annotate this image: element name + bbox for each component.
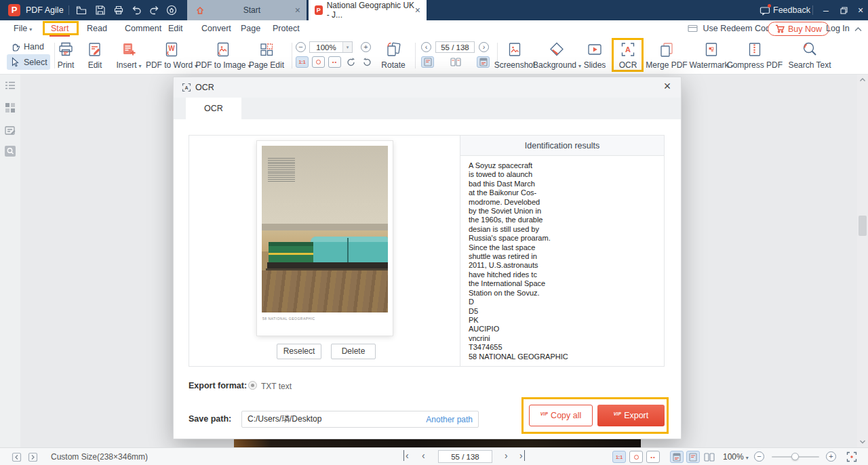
minimize-button[interactable]: – <box>817 0 835 20</box>
menu-file[interactable]: File▾ <box>14 20 32 37</box>
zoom-out-button[interactable]: − <box>296 42 306 52</box>
redo-icon[interactable] <box>149 5 159 16</box>
pdf-to-word-tool[interactable]: W PDF to Word▾ <box>145 39 198 70</box>
print-icon[interactable] <box>113 5 124 16</box>
buy-now-button[interactable]: Buy Now <box>768 22 829 36</box>
sb-zoom-value[interactable]: 100%▾ <box>723 452 749 462</box>
zoom-slider[interactable] <box>772 456 819 458</box>
page-number-input[interactable]: 55 / 138 <box>435 41 475 53</box>
open-file-icon[interactable] <box>76 5 87 16</box>
select-tool[interactable]: Select <box>7 54 50 70</box>
fit-page-button[interactable] <box>312 56 325 68</box>
next-page-button[interactable]: › <box>505 450 508 461</box>
sb-facing-pages-button[interactable] <box>703 451 716 463</box>
dialog-tab-strip: OCR <box>174 98 681 119</box>
menu-protect[interactable]: Protect <box>273 20 300 37</box>
fit-width-button[interactable]: •• <box>328 56 341 68</box>
delete-button[interactable]: Delete <box>331 344 376 359</box>
single-page-view-button[interactable] <box>421 56 434 68</box>
annotations-panel-icon[interactable] <box>4 125 16 137</box>
sb-actual-size-button[interactable]: 1:1 <box>612 451 626 463</box>
dialog-close-icon[interactable]: × <box>660 79 674 94</box>
export-annotation-box: VIP Copy all VIP Export <box>521 397 669 434</box>
compress-pdf-tool[interactable]: Compress PDF <box>726 39 783 70</box>
zoom-slider-knob[interactable] <box>791 453 799 460</box>
sb-single-page-button[interactable] <box>686 451 700 463</box>
export-button[interactable]: VIP Export <box>597 405 665 426</box>
feedback-icon[interactable] <box>760 5 770 16</box>
maximize-button[interactable] <box>835 0 852 20</box>
another-path-link[interactable]: Another path <box>426 415 473 424</box>
background-tool[interactable]: Background▾ <box>533 39 580 70</box>
export-format-label: Export format: <box>189 381 247 390</box>
log-in-item[interactable]: Log In <box>826 20 850 37</box>
first-page-button[interactable]: ‹ <box>403 450 409 461</box>
tab-document-close-icon[interactable]: × <box>415 5 420 15</box>
slides-tool[interactable]: Slides <box>576 39 613 70</box>
thumbnails-panel-icon[interactable] <box>4 102 16 114</box>
sb-fit-page-button[interactable] <box>629 451 643 463</box>
vertical-scrollbar[interactable] <box>857 75 868 447</box>
menu-read[interactable]: Read <box>87 20 107 37</box>
search-text-tool[interactable]: Search Text <box>781 39 838 70</box>
pdf-to-image-tool[interactable]: PDF to Image▾ <box>195 39 251 70</box>
merge-pdf-tool[interactable]: Merge PDF <box>645 39 688 70</box>
sb-fit-width-button[interactable]: •• <box>646 451 660 463</box>
zoom-in-button[interactable]: + <box>361 42 371 52</box>
rotate-cw-icon[interactable] <box>362 57 372 67</box>
scroll-up-icon[interactable] <box>859 77 866 83</box>
sb-zoom-out-button[interactable]: − <box>754 451 764 462</box>
dialog-tab-ocr[interactable]: OCR <box>186 98 241 119</box>
menu-edit[interactable]: Edit <box>168 20 183 37</box>
scroll-down-icon[interactable] <box>859 439 866 445</box>
tab-start[interactable]: Start × <box>187 0 307 20</box>
continuous-scroll-button[interactable] <box>477 56 490 68</box>
feedback-label[interactable]: Feedback <box>773 0 810 20</box>
close-window-button[interactable]: × <box>852 0 868 20</box>
undo-icon[interactable] <box>132 5 142 16</box>
facing-pages-button[interactable] <box>449 56 462 68</box>
menu-start[interactable]: Start <box>51 20 68 37</box>
rotate-ccw-icon[interactable] <box>346 57 356 67</box>
txt-format-radio[interactable] <box>248 381 257 390</box>
tab-document[interactable]: P National Geographic UK - J... × <box>309 0 427 20</box>
zoom-level-input[interactable]: 100%▾ <box>309 41 353 53</box>
save-icon[interactable] <box>95 5 106 16</box>
next-page-button[interactable]: › <box>479 42 489 52</box>
ocr-tool[interactable]: A OCR <box>610 39 646 70</box>
page-edit-tool[interactable]: Page Edit <box>245 39 288 70</box>
menu-page[interactable]: Page <box>241 20 260 37</box>
fullscreen-button[interactable] <box>846 451 857 462</box>
redeem-code-item[interactable]: Use Redeem Code <box>688 20 775 37</box>
next-view-button[interactable] <box>26 451 39 463</box>
collapse-ribbon-icon[interactable] <box>854 20 862 37</box>
hand-tool[interactable]: Hand <box>7 39 50 54</box>
menu-convert[interactable]: Convert <box>201 20 231 37</box>
previous-page-button[interactable]: ‹ <box>421 42 431 52</box>
screenshot-tool[interactable]: Screenshot <box>493 39 536 70</box>
hand-label: Hand <box>24 42 44 52</box>
reselect-button[interactable]: Reselect <box>277 344 321 359</box>
search-panel-icon[interactable] <box>4 145 16 157</box>
sb-zoom-in-button[interactable]: + <box>826 451 836 462</box>
save-path-label: Save path: <box>189 414 231 424</box>
home-circle-icon[interactable] <box>166 5 177 16</box>
photo-text-block <box>268 158 295 182</box>
svg-text:A: A <box>625 45 631 54</box>
rotate-tool[interactable]: Rotate <box>374 39 412 70</box>
actual-size-button[interactable]: 1:1 <box>296 56 309 68</box>
scrollbar-thumb[interactable] <box>859 216 867 236</box>
last-page-button[interactable]: › <box>519 450 525 461</box>
previous-view-button[interactable] <box>9 451 23 463</box>
bookmarks-panel-icon[interactable] <box>4 80 16 92</box>
tab-start-close-icon[interactable]: × <box>295 5 300 15</box>
prev-page-button[interactable]: ‹ <box>422 450 425 461</box>
app-name: PDF Agile <box>26 0 64 20</box>
menu-comment[interactable]: Comment <box>125 20 161 37</box>
results-text[interactable]: A Soyuz spacecraft is towed to alaunch b… <box>460 156 664 367</box>
copy-all-button[interactable]: VIP Copy all <box>529 405 593 426</box>
save-path-input[interactable]: C:/Users/璘/Desktop Another path <box>241 411 479 428</box>
app-logo: P <box>8 4 20 16</box>
statusbar-page-input[interactable]: 55 / 138 <box>438 450 492 463</box>
sb-continuous-button[interactable] <box>670 451 684 463</box>
